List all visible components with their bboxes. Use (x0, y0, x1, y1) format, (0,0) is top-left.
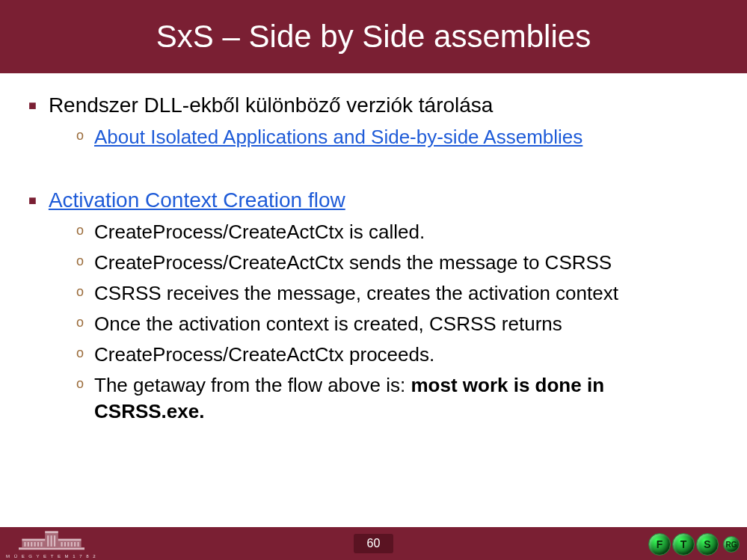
svg-rect-13 (67, 542, 69, 547)
sub-item: o Once the activation context is created… (76, 311, 719, 337)
slide-title-bar: SxS – Side by Side assemblies (0, 0, 747, 73)
footer-left-logo: M Ű E G Y E T E M 1 7 8 2 (6, 531, 97, 559)
bullet-text: Rendszer DLL-ekből különböző verziók tár… (49, 91, 494, 120)
bullet-text: Activation Context Creation flow (49, 186, 345, 215)
sub-item-text: CreateProcess/CreateActCtx proceeds. (94, 342, 719, 368)
sub-item-text: CreateProcess/CreateActCtx is called. (94, 219, 719, 245)
logo-t-icon: T (672, 533, 695, 556)
svg-rect-17 (47, 535, 49, 547)
bullet-item: ■ Rendszer DLL-ekből különböző verziók t… (28, 91, 719, 120)
sub-item: o The getaway from the flow above is: mo… (76, 372, 719, 425)
circle-bullet-icon: o (76, 377, 84, 390)
slide: SxS – Side by Side assemblies ■ Rendszer… (0, 0, 747, 560)
sub-item-text: CreateProcess/CreateActCtx sends the mes… (94, 250, 719, 276)
circle-bullet-icon: o (76, 346, 84, 360)
sub-list: o About Isolated Applications and Side-b… (76, 124, 719, 150)
university-building-icon (19, 531, 84, 553)
link-activation-context[interactable]: Activation Context Creation flow (49, 188, 345, 212)
slide-content: ■ Rendszer DLL-ekből különböző verziók t… (0, 73, 747, 527)
sub-item: o CreateProcess/CreateActCtx proceeds. (76, 342, 719, 368)
sub-item: o CSRSS receives the message, creates th… (76, 280, 719, 307)
svg-rect-4 (45, 531, 58, 533)
sub-item-text: About Isolated Applications and Side-by-… (94, 124, 719, 150)
svg-rect-12 (64, 542, 66, 547)
university-name: M Ű E G Y E T E M 1 7 8 2 (6, 554, 97, 559)
logo-f-icon: F (648, 533, 671, 556)
circle-bullet-icon: o (76, 285, 84, 298)
slide-footer: M Ű E G Y E T E M 1 7 8 2 60 F T S RG (0, 527, 747, 560)
footer-right-logos: F T S RG (648, 533, 740, 556)
svg-rect-18 (50, 535, 52, 547)
svg-rect-14 (70, 542, 72, 547)
svg-rect-10 (40, 542, 42, 547)
link-isolated-apps[interactable]: About Isolated Applications and Side-by-… (94, 126, 582, 148)
sub-item: o CreateProcess/CreateActCtx is called. (76, 219, 719, 245)
circle-bullet-icon: o (76, 129, 84, 142)
svg-rect-15 (74, 542, 76, 547)
svg-rect-9 (37, 542, 39, 547)
circle-bullet-icon: o (76, 224, 84, 237)
bullet-item: ■ Activation Context Creation flow (28, 186, 719, 215)
page-number: 60 (367, 537, 381, 550)
sub-item-text: CSRSS receives the message, creates the … (94, 280, 719, 307)
slide-title: SxS – Side by Side assemblies (156, 19, 591, 55)
circle-bullet-icon: o (76, 316, 84, 329)
svg-rect-19 (54, 535, 55, 547)
sub-item-text: The getaway from the flow above is: most… (94, 372, 719, 425)
svg-rect-11 (61, 542, 62, 547)
svg-rect-7 (31, 542, 32, 547)
page-number-badge: 60 (354, 534, 394, 553)
svg-rect-8 (34, 542, 35, 547)
square-bullet-icon: ■ (28, 99, 37, 112)
spacer (28, 167, 719, 186)
circle-bullet-icon: o (76, 254, 84, 268)
sub-list: o CreateProcess/CreateActCtx is called. … (76, 219, 719, 425)
svg-rect-6 (28, 542, 29, 547)
sub-item: o CreateProcess/CreateActCtx sends the m… (76, 250, 719, 276)
sub-item-prefix: The getaway from the flow above is: (94, 374, 411, 396)
svg-rect-5 (24, 542, 25, 547)
sub-item-text: Once the activation context is created, … (94, 311, 719, 337)
logo-rg-icon: RG (723, 536, 740, 553)
logo-s-icon: S (696, 533, 719, 556)
square-bullet-icon: ■ (28, 194, 37, 207)
sub-item: o About Isolated Applications and Side-b… (76, 124, 719, 150)
svg-rect-16 (77, 542, 79, 547)
svg-rect-0 (19, 547, 84, 550)
